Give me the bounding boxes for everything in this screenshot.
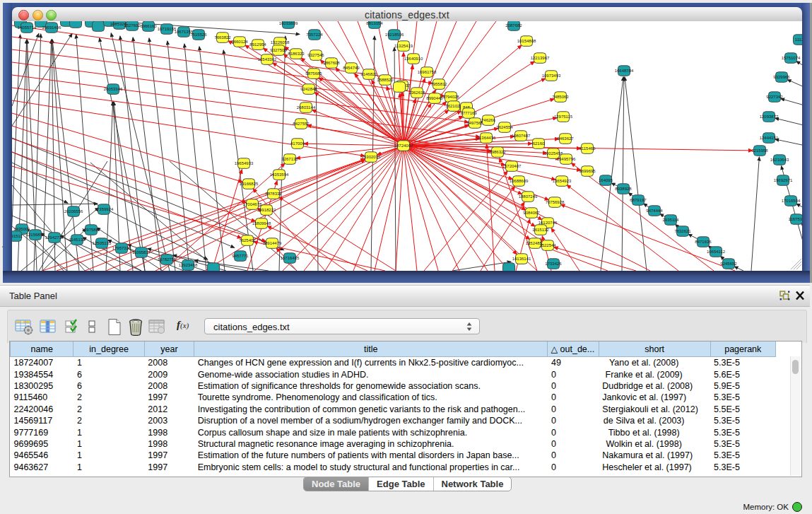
svg-text:16543362: 16543362 <box>258 57 277 62</box>
svg-text:8427552: 8427552 <box>293 122 310 126</box>
svg-text:17359924: 17359924 <box>95 207 114 211</box>
svg-text:11095817: 11095817 <box>132 250 151 255</box>
svg-text:12923468: 12923468 <box>179 263 198 267</box>
svg-text:3624554: 3624554 <box>496 125 513 129</box>
svg-text:16782759: 16782759 <box>158 257 177 262</box>
svg-text:1733426: 1733426 <box>545 262 562 266</box>
svg-text:1112: 1112 <box>795 37 802 42</box>
svg-text:8938928: 8938928 <box>615 187 632 191</box>
svg-text:16648784: 16648784 <box>615 69 634 73</box>
svg-text:9777169: 9777169 <box>460 111 477 115</box>
svg-text:8878332: 8878332 <box>265 192 282 196</box>
svg-text:15720407: 15720407 <box>502 164 522 168</box>
svg-text:9463627: 9463627 <box>557 136 574 141</box>
svg-text:14918222: 14918222 <box>257 208 276 212</box>
svg-text:1362615: 1362615 <box>408 90 425 95</box>
svg-text:9227342: 9227342 <box>766 95 783 99</box>
svg-text:12975115: 12975115 <box>554 115 573 119</box>
svg-text:12942737: 12942737 <box>45 235 64 240</box>
svg-text:12156859: 12156859 <box>26 233 45 237</box>
svg-text:8813054: 8813054 <box>366 21 383 25</box>
svg-text:3267130: 3267130 <box>281 157 298 161</box>
svg-text:417006: 417006 <box>290 141 305 146</box>
svg-text:19654933: 19654933 <box>235 161 254 165</box>
svg-text:9242848: 9242848 <box>300 87 317 91</box>
svg-text:12213967: 12213967 <box>531 56 550 60</box>
svg-text:18724007: 18724007 <box>394 144 413 148</box>
svg-text:7632621: 7632621 <box>674 229 691 233</box>
svg-text:7625402: 7625402 <box>239 238 256 243</box>
svg-text:7663822: 7663822 <box>214 35 231 40</box>
svg-text:19166825: 19166825 <box>240 182 259 186</box>
svg-text:9146821: 9146821 <box>360 72 377 76</box>
svg-text:7515526: 7515526 <box>190 33 207 37</box>
svg-text:18914479: 18914479 <box>263 241 282 245</box>
svg-text:2087682: 2087682 <box>505 23 522 28</box>
svg-text:7357224: 7357224 <box>306 33 323 37</box>
svg-text:9457771: 9457771 <box>232 254 249 258</box>
svg-text:12444151: 12444151 <box>760 136 779 140</box>
svg-text:9660124: 9660124 <box>231 40 248 44</box>
svg-text:13975887: 13975887 <box>82 228 101 232</box>
svg-text:1615132: 1615132 <box>532 228 549 232</box>
svg-text:17004678: 17004678 <box>243 202 262 206</box>
svg-text:19218506: 19218506 <box>385 33 404 37</box>
svg-text:13654923: 13654923 <box>553 179 572 183</box>
svg-text:10973493: 10973493 <box>542 74 561 78</box>
svg-text:1145131: 1145131 <box>69 238 86 242</box>
svg-text:17016504: 17016504 <box>782 199 801 203</box>
svg-text:62160: 62160 <box>533 141 545 146</box>
svg-text:10807487: 10807487 <box>512 134 531 138</box>
svg-text:25302035: 25302035 <box>362 155 381 159</box>
svg-text:7986322: 7986322 <box>489 150 506 154</box>
svg-text:2522544: 2522544 <box>539 243 556 247</box>
svg-text:21364436: 21364436 <box>477 136 496 140</box>
svg-text:8454749: 8454749 <box>343 66 360 70</box>
svg-text:18807249: 18807249 <box>519 194 538 199</box>
svg-text:1527602: 1527602 <box>124 23 141 28</box>
svg-text:10654112: 10654112 <box>707 250 726 254</box>
svg-text:13640910: 13640910 <box>404 57 423 61</box>
svg-text:1167534: 1167534 <box>789 217 802 221</box>
svg-text:9699695: 9699695 <box>579 169 596 173</box>
svg-text:26053346: 26053346 <box>104 87 123 91</box>
svg-text:14136141: 14136141 <box>512 257 531 261</box>
svg-text:17957325: 17957325 <box>112 246 131 250</box>
svg-text:2935114: 2935114 <box>663 218 680 222</box>
svg-text:70756928: 70756928 <box>546 200 565 204</box>
svg-text:8471636: 8471636 <box>695 240 712 244</box>
svg-text:20691406: 20691406 <box>42 25 61 30</box>
svg-text:15716485: 15716485 <box>281 256 300 260</box>
svg-text:746266: 746266 <box>481 118 496 122</box>
svg-text:9327546: 9327546 <box>307 53 324 57</box>
svg-text:9084067: 9084067 <box>523 211 540 215</box>
svg-text:9794028: 9794028 <box>442 95 459 99</box>
svg-text:8912954: 8912954 <box>249 42 266 47</box>
svg-text:16961758: 16961758 <box>418 70 437 74</box>
svg-text:13495796: 13495796 <box>557 157 576 161</box>
svg-text:8990448: 8990448 <box>426 96 443 100</box>
svg-text:12093877: 12093877 <box>760 115 779 119</box>
svg-text:14055714: 14055714 <box>18 25 37 30</box>
svg-text:6966160: 6966160 <box>140 24 157 28</box>
svg-text:8186323: 8186323 <box>288 52 305 56</box>
svg-text:6879197: 6879197 <box>630 198 647 202</box>
svg-text:3215958: 3215958 <box>751 148 768 153</box>
svg-text:9329966: 9329966 <box>773 75 790 79</box>
svg-text:5875685: 5875685 <box>305 71 322 76</box>
svg-text:11325419: 11325419 <box>394 44 413 48</box>
svg-text:26803144: 26803144 <box>297 105 316 110</box>
svg-text:9474444: 9474444 <box>646 209 663 213</box>
svg-text:15751074: 15751074 <box>782 56 801 60</box>
svg-text:16210643: 16210643 <box>770 158 789 162</box>
svg-text:19692971: 19692971 <box>774 178 793 182</box>
svg-text:2867608: 2867608 <box>323 61 340 65</box>
svg-text:10154808: 10154808 <box>517 39 536 43</box>
svg-text:20206556: 20206556 <box>64 209 83 214</box>
svg-text:16033809: 16033809 <box>279 21 298 25</box>
svg-text:1588520: 1588520 <box>377 78 394 82</box>
svg-text:14353594: 14353594 <box>270 173 289 177</box>
svg-text:1621022: 1621022 <box>445 104 462 108</box>
svg-text:10688609: 10688609 <box>510 179 529 183</box>
svg-text:15809948: 15809948 <box>252 221 271 226</box>
